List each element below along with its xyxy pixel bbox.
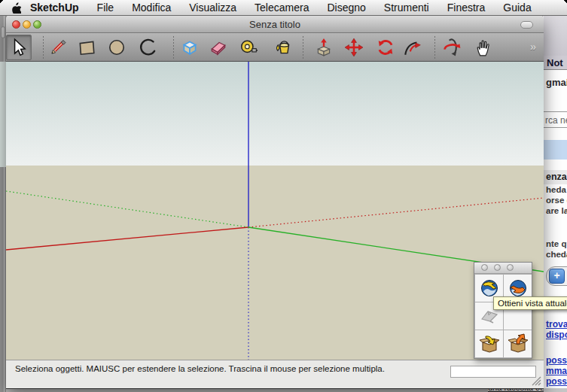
browser-chrome [543,15,567,56]
drawing-axes [6,62,544,360]
palette-close-button[interactable] [481,264,488,271]
rectangle-icon [77,38,96,57]
measurements-box[interactable] [450,366,536,378]
browser-text-fragment: gmail [546,77,567,88]
share-model-button[interactable] [504,330,532,357]
menu-item-visualizza[interactable]: Visualizza [180,0,245,15]
close-button[interactable] [12,20,20,29]
make-component-tool-button[interactable] [177,35,203,60]
rotate-icon [376,38,395,57]
push-pull-tool-button[interactable] [311,35,337,60]
title-bar[interactable]: Senza titolo [6,15,544,33]
get-current-view-icon [479,278,500,299]
palette-minimize-button[interactable] [494,264,501,271]
resize-grip[interactable] [531,375,541,386]
plus-button[interactable]: + [549,269,565,284]
google-toolbar-palette[interactable] [474,262,532,359]
toolbar: » [6,33,544,62]
background-browser-window: Not gmail rca ne enza G heda orse c are … [541,15,567,392]
eraser-tool-button[interactable] [206,35,231,60]
paint-bucket-tool-button[interactable] [271,35,297,60]
move-tool-button[interactable] [341,35,367,60]
browser-text-fragment: orse c [546,196,567,205]
red-axis-dotted [248,198,544,227]
modeling-viewport[interactable] [6,62,544,360]
status-message: Seleziona oggetti. MAIUSC per estendere … [15,363,425,375]
zoom-button[interactable] [33,20,41,29]
browser-search-field-fragment[interactable]: rca ne [543,111,567,128]
toolbar-separator [173,36,174,59]
make-component-icon [180,38,200,57]
eraser-icon [209,38,228,57]
menu-item-finestra[interactable]: Finestra [438,0,495,15]
move-icon [344,38,364,57]
menu-item-strumenti[interactable]: Strumenti [375,0,438,15]
green-axis-dotted [6,191,248,227]
tape-measure-icon [239,38,258,57]
push-pull-icon [314,38,334,57]
palette-zoom-button[interactable] [507,264,514,271]
browser-section-header-fragment: enza G [543,170,567,184]
pan-hand-icon [474,38,493,57]
menu-item-guida[interactable]: Guida [494,0,540,15]
background-window-corner [1,26,5,38]
pencil-icon [48,38,68,57]
circle-tool-button[interactable] [104,35,130,60]
toolbar-separator [43,36,44,59]
select-tool-button[interactable] [6,35,32,60]
toolbar-separator [303,36,303,59]
circle-icon [107,38,127,57]
share-model-icon [508,333,529,354]
get-models-icon [479,333,500,354]
arc-icon [139,38,158,57]
menu-item-disegno[interactable]: Disegno [318,0,374,15]
sketchup-window: Senza titolo [6,15,544,389]
apple-menu-icon[interactable] [11,2,21,14]
follow-me-tool-button[interactable] [400,35,425,60]
menu-item-sketchup[interactable]: SketchUp [29,0,88,15]
palette-grid [474,274,532,358]
menu-bar: SketchUp File Modifica Visualizza Teleca… [0,0,567,16]
paint-bucket-icon [274,38,294,57]
line-tool-button[interactable] [45,35,71,60]
screen: Not gmail rca ne enza G heda orse c are … [0,0,567,392]
orbit-tool-button[interactable] [439,35,465,60]
pan-tool-button[interactable] [471,35,496,60]
minimize-button[interactable] [23,20,31,29]
browser-text-fragment: are la f [546,206,567,215]
browser-link-fragment[interactable]: poss [546,355,567,366]
browser-link-fragment[interactable]: trova [546,319,567,330]
browser-highlight-band [543,140,567,160]
follow-me-icon [403,38,422,57]
arc-tool-button[interactable] [136,35,161,60]
menu-item-file[interactable]: File [88,0,123,15]
status-bar: Seleziona oggetti. MAIUSC per estendere … [6,360,544,388]
browser-link-fragment[interactable]: poss [546,376,567,387]
red-axis-solid [6,227,248,250]
rotate-tool-button[interactable] [373,35,398,60]
orbit-icon [442,38,462,57]
place-model-icon [508,278,529,299]
browser-text-fragment: nte qu [546,239,567,248]
palette-title-bar[interactable] [474,263,532,274]
toolbar-overflow-chevron[interactable]: » [530,40,536,53]
browser-tab-fragment[interactable]: Not [543,56,567,70]
tape-measure-tool-button[interactable] [236,35,261,60]
browser-plus-pill: + [546,266,567,286]
toolbar-separator [434,36,435,59]
background-window-edge [0,15,6,392]
browser-link-fragment[interactable]: mmag [546,366,567,376]
rectangle-tool-button[interactable] [74,35,99,60]
toolbar-toggle-button[interactable] [520,21,533,29]
browser-text-fragment: heda [546,185,566,194]
select-arrow-icon [9,38,29,57]
get-models-button[interactable] [475,330,503,357]
browser-link-fragment[interactable]: dispon [546,330,567,340]
browser-text-fragment: cheda [546,250,567,259]
tooltip: Ottieni vista attuale [493,296,567,310]
window-title: Senza titolo [6,16,544,33]
menu-item-modifica[interactable]: Modifica [123,0,180,15]
menu-item-telecamera[interactable]: Telecamera [245,0,318,15]
